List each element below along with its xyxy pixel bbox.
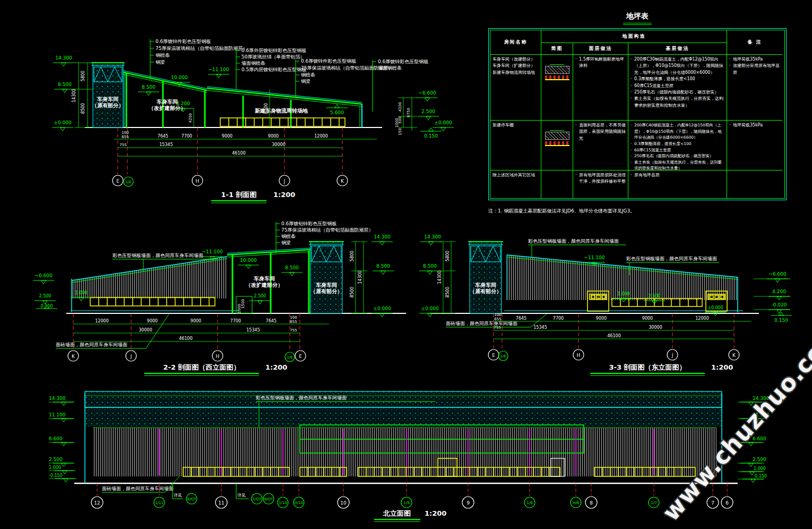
- svg-text:钢梁: 钢梁: [156, 59, 165, 65]
- svg-text:钢檩条: 钢檩条: [281, 234, 296, 239]
- svg-text:46100: 46100: [232, 151, 245, 156]
- svg-text:50厚玻璃丝绵（单面带铝箔）: 50厚玻璃丝绵（单面带铝箔）: [241, 54, 305, 59]
- svg-text:0.150: 0.150: [755, 474, 767, 479]
- row1-name: 车身车间（改建部分）车身车间（扩建部分）新建车身物流周转场地: [490, 55, 541, 121]
- svg-text:H: H: [216, 354, 220, 359]
- svg-text:J: J: [671, 353, 673, 358]
- svg-text:6: 6: [725, 500, 729, 506]
- svg-text:J: J: [283, 178, 286, 184]
- level-6600: ~6.600: [418, 90, 436, 96]
- svg-text:8500: 8500: [445, 287, 450, 297]
- th-base: 基层做法: [628, 43, 727, 55]
- level-2500: 2.500: [39, 294, 51, 298]
- level-0150: 0.150: [424, 133, 438, 139]
- svg-text:12: 12: [94, 500, 100, 506]
- svg-text:5800: 5800: [350, 251, 355, 261]
- svg-text:15345: 15345: [159, 142, 172, 147]
- svg-text:30000: 30000: [649, 325, 662, 330]
- svg-text:K: K: [732, 353, 736, 358]
- svg-text:-0.150: -0.150: [49, 473, 63, 478]
- vdim-6750: 6750: [407, 108, 411, 117]
- svg-text:5800: 5800: [445, 251, 450, 261]
- svg-text:9000: 9000: [268, 134, 279, 139]
- row2-name: 新建停车棚: [490, 121, 541, 170]
- svg-text:755: 755: [494, 326, 500, 330]
- svg-text:14300: 14300: [437, 270, 442, 284]
- svg-text:9: 9: [467, 500, 470, 506]
- svg-text:面砖墙面，颜色同原车身车间墙面: 面砖墙面，颜色同原车身车间墙面: [56, 342, 127, 347]
- vdim-8500: 8500: [81, 103, 85, 114]
- svg-text:2.500: 2.500: [49, 457, 63, 462]
- level-0000b: ±0.000: [707, 305, 723, 310]
- row3-base: 原有地坪基层: [628, 170, 727, 198]
- level-4200: 4.200: [772, 289, 786, 294]
- svg-text:12000: 12000: [695, 316, 709, 321]
- level-10000: 10.000: [171, 75, 188, 80]
- room-rebuilt: 车身车间: [254, 276, 275, 281]
- svg-text:9000: 9000: [191, 319, 201, 323]
- svg-text:1/11: 1/11: [155, 501, 163, 505]
- svg-text:8: 8: [590, 500, 593, 506]
- svg-text:15345: 15345: [246, 328, 260, 332]
- svg-text:H/8: H/8: [573, 501, 579, 505]
- section-3-3: 14.300 8.500 ±0.000 5800 8500 14300 车身车间…: [419, 212, 812, 382]
- svg-text:面砖墙面，颜色同原车身车间墙面: 面砖墙面，颜色同原车身车间墙面: [446, 321, 517, 326]
- grid-bubbles: E 1/E H J K: [113, 175, 348, 186]
- svg-text:0.6厚镀锌彩色压型钢板: 0.6厚镀锌彩色压型钢板: [378, 59, 428, 64]
- svg-text:1.000: 1.000: [754, 466, 766, 471]
- svg-text:12000: 12000: [95, 319, 108, 323]
- level-0000-right: ±0.000: [434, 120, 452, 125]
- svg-text:1/QT: 1/QT: [253, 497, 262, 501]
- levels-left: 14.300 11.100 6.600 2.500 1.000 -0.150: [49, 396, 76, 482]
- svg-text:1/8: 1/8: [526, 501, 532, 505]
- level-8500: 8.500: [423, 263, 437, 269]
- svg-text:钢梁: 钢梁: [301, 79, 310, 84]
- svg-text:9000: 9000: [596, 316, 607, 321]
- dim-rows: [494, 321, 751, 339]
- svg-text:钢檩条: 钢檩条: [301, 72, 315, 78]
- vdim-150: 150: [398, 128, 402, 135]
- svg-text:E: E: [299, 354, 302, 359]
- svg-text:（改扩建部分）: （改扩建部分）: [149, 105, 186, 111]
- level-2500: 2.500: [649, 294, 661, 298]
- vdim-5800: 5800: [81, 71, 85, 81]
- svg-text:7645: 7645: [158, 134, 168, 139]
- svg-text:2.500: 2.500: [753, 457, 766, 462]
- row2-remark: 地坪荷载35kPa: [727, 121, 782, 170]
- level-11100: ~11.100: [208, 67, 229, 72]
- svg-text:1.000: 1.000: [49, 465, 61, 470]
- svg-text:彩色压型钢板墙面，颜色同原车身车间墙面: 彩色压型钢板墙面，颜色同原车身车间墙面: [255, 395, 347, 400]
- storage-rack-strip: [220, 118, 345, 126]
- th-surface: 面层做法: [573, 43, 628, 55]
- level-1000: 1.000: [618, 292, 630, 296]
- room-rebuilt: 车身车间: [157, 99, 178, 105]
- svg-text:钢檩条: 钢檩条: [156, 53, 170, 58]
- svg-text:0.6厚镀锌件彩色压型钢板: 0.6厚镀锌件彩色压型钢板: [301, 58, 356, 64]
- svg-text:K: K: [72, 354, 75, 359]
- svg-text:1/E: 1/E: [125, 180, 131, 184]
- svg-text:K: K: [341, 178, 344, 184]
- row1-diagram: [541, 55, 573, 121]
- th-ground: 地面构造: [541, 30, 727, 43]
- svg-text:46100: 46100: [607, 334, 620, 338]
- svg-text:755: 755: [290, 328, 297, 332]
- row2-surface: 直接利用基层，不再另做面层，表面采用随捣随抹光: [573, 121, 628, 170]
- parapet: [85, 391, 722, 426]
- svg-text:755: 755: [119, 143, 126, 147]
- row1-surface: 1.5厚环氧树脂耐磨地坪涂料: [573, 55, 628, 121]
- svg-text:9000: 9000: [147, 319, 158, 323]
- level-14300: 14.300: [374, 234, 391, 240]
- floor-build-up-sketch: [545, 62, 569, 80]
- svg-text:6.600: 6.600: [49, 436, 63, 441]
- svg-text:E: E: [116, 178, 119, 184]
- row3-diagram: [541, 170, 573, 198]
- level-14300: 14.300: [424, 234, 441, 240]
- svg-text:10: 10: [340, 500, 347, 506]
- svg-text:12000: 12000: [314, 134, 327, 139]
- level-0000: ±0.000: [373, 306, 391, 311]
- title-1-1: 1-1 剖面图: [221, 191, 256, 199]
- svg-text:详见: 详见: [174, 493, 182, 498]
- svg-text:14.300: 14.300: [49, 396, 66, 401]
- level-14300: 14.300: [55, 55, 72, 61]
- room-existing: 车身车间: [475, 282, 496, 288]
